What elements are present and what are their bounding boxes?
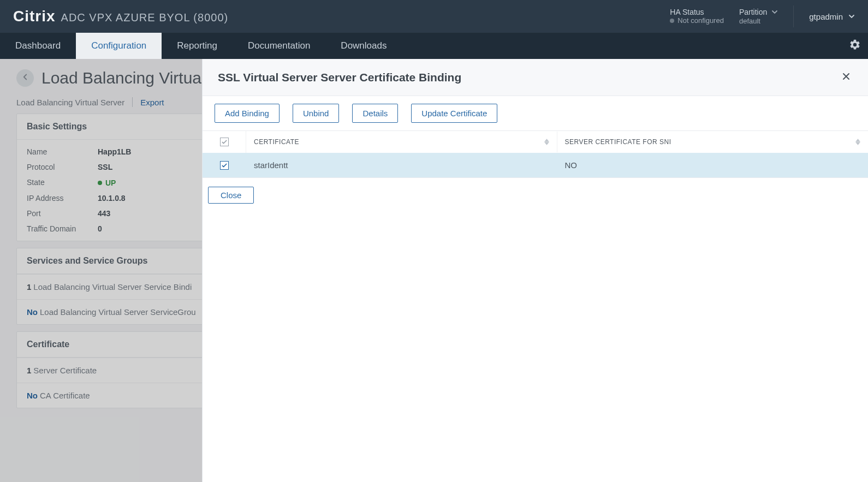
modal-footer: Close (203, 178, 868, 212)
main-nav: Dashboard Configuration Reporting Docume… (0, 33, 868, 59)
select-all-header (203, 131, 246, 153)
table-header: CERTIFICATE SERVER CERTIFICATE FOR SNI (203, 131, 868, 153)
unbind-button[interactable]: Unbind (293, 104, 340, 123)
close-icon (842, 71, 851, 83)
brand-logo: Citrix (13, 8, 56, 25)
topbar-right: HA Status Not configured Partition defau… (670, 5, 855, 27)
nav-reporting[interactable]: Reporting (162, 33, 233, 59)
sort-icon (855, 139, 860, 145)
user-menu[interactable]: gtpadmin (809, 12, 855, 21)
ha-status: HA Status Not configured (670, 8, 724, 25)
sort-icon (544, 139, 549, 145)
update-certificate-button[interactable]: Update Certificate (411, 104, 497, 123)
ha-status-label: HA Status (670, 8, 724, 16)
modal-backdrop (0, 59, 202, 482)
user-name: gtpadmin (809, 12, 843, 21)
vertical-divider (793, 5, 794, 27)
partition-selector[interactable]: Partition default (739, 8, 778, 25)
cell-certificate: starIdentt (246, 153, 557, 177)
select-all-checkbox[interactable] (220, 138, 229, 146)
nav-dashboard[interactable]: Dashboard (0, 33, 76, 59)
modal-close-button[interactable] (840, 69, 853, 86)
row-checkbox[interactable] (220, 161, 229, 170)
topbar: Citrix ADC VPX AZURE BYOL (8000) HA Stat… (0, 0, 868, 33)
column-certificate-label: CERTIFICATE (254, 138, 299, 146)
nav-downloads[interactable]: Downloads (325, 33, 402, 59)
row-select-cell (203, 153, 246, 177)
chevron-down-icon (771, 8, 778, 17)
ha-status-value: Not configured (670, 17, 724, 25)
ha-status-text: Not configured (677, 17, 724, 25)
brand-product: ADC VPX AZURE BYOL (8000) (61, 11, 229, 24)
cell-sni: NO (557, 153, 869, 177)
column-certificate[interactable]: CERTIFICATE (246, 132, 557, 152)
details-button[interactable]: Details (352, 104, 398, 123)
modal-header: SSL Virtual Server Server Certificate Bi… (203, 59, 868, 96)
settings-button[interactable] (842, 33, 868, 59)
table-row[interactable]: starIdentt NO (203, 153, 868, 177)
close-button[interactable]: Close (208, 187, 254, 204)
modal-toolbar: Add Binding Unbind Details Update Certif… (203, 96, 868, 130)
binding-table: CERTIFICATE SERVER CERTIFICATE FOR SNI (203, 130, 868, 178)
column-sni[interactable]: SERVER CERTIFICATE FOR SNI (557, 132, 869, 152)
add-binding-button[interactable]: Add Binding (215, 104, 280, 123)
cert-binding-modal: SSL Virtual Server Server Certificate Bi… (202, 59, 868, 482)
column-sni-label: SERVER CERTIFICATE FOR SNI (565, 138, 671, 146)
chevron-down-icon (848, 12, 855, 21)
nav-configuration[interactable]: Configuration (76, 33, 162, 59)
status-dot-icon (670, 19, 674, 23)
brand: Citrix ADC VPX AZURE BYOL (8000) (13, 8, 228, 25)
modal-title: SSL Virtual Server Server Certificate Bi… (218, 71, 461, 84)
gear-icon (849, 39, 861, 53)
partition-value: default (739, 17, 778, 25)
nav-documentation[interactable]: Documentation (233, 33, 325, 59)
partition-label: Partition (739, 8, 767, 16)
